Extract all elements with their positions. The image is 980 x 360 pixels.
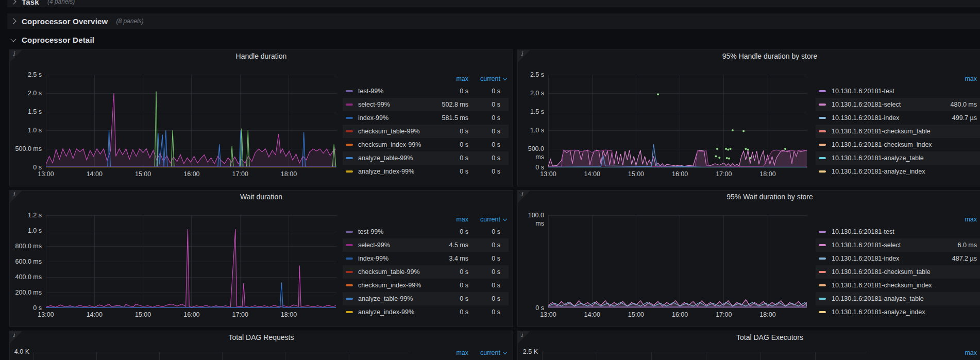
legend-current-value: 0 s (492, 265, 500, 279)
x-axis-tick-label: 15:00 (620, 311, 651, 318)
legend-series-color-swatch (819, 311, 826, 313)
legend-item: select-99% (346, 238, 513, 252)
legend-item: 10.130.1.6:20181-analyze_index (819, 305, 980, 319)
legend-series-label[interactable]: 10.130.1.6:20181-test (832, 84, 894, 98)
legend-series-label[interactable]: index-99% (358, 252, 388, 265)
legend-series-label[interactable]: select-99% (358, 238, 390, 252)
x-axis-tick-label: 18:00 (274, 170, 305, 178)
chart-plot-area (548, 75, 807, 167)
legend-sort-max[interactable]: max (965, 349, 977, 357)
legend-series-color-swatch (346, 311, 353, 313)
legend-series-color-swatch (346, 117, 353, 119)
panel-title[interactable]: Total DAG Requests (10, 333, 513, 341)
x-axis-tick-label: 13:00 (30, 311, 61, 318)
row-header-task[interactable]: Task (4 panels) (7, 0, 980, 7)
legend-series-label[interactable]: 10.130.1.6:20181-checksum_table (832, 125, 931, 138)
panel-handle-duration: iHandle duration2.5 s2.0 s1.5 s1.0 s500.… (9, 49, 513, 186)
x-axis-tick-label: 16:00 (176, 170, 207, 178)
legend-sort-max[interactable]: max (965, 215, 977, 224)
legend-max-value: 0 s (460, 138, 468, 151)
legend-series-label[interactable]: analyze_index-99% (358, 165, 414, 178)
row-title: Coprocessor Detail (22, 36, 94, 44)
legend-series-color-swatch (819, 258, 826, 260)
legend-series-label[interactable]: 10.130.1.6:20181-checksum_table (832, 265, 931, 279)
legend-max-value: 581.5 ms (442, 111, 468, 125)
legend-item: 10.130.1.6:20181-checksum_table (819, 265, 980, 279)
y-axis-tick-label: 2.5 K (518, 348, 538, 356)
row-title: Task (22, 0, 39, 6)
x-axis-tick-label: 17:00 (708, 311, 739, 318)
legend-max-value: 499.7 µs (952, 111, 977, 125)
legend-sort-current[interactable]: current (480, 349, 506, 357)
panel-title[interactable]: 95% Handle duration by store (518, 52, 980, 60)
chart-plot-area (46, 75, 336, 167)
legend-sort-max[interactable]: max (456, 75, 468, 83)
legend-sort-max[interactable]: max (965, 75, 977, 83)
legend-series-color-swatch (819, 157, 826, 159)
legend-series-label[interactable]: test-99% (358, 84, 383, 98)
legend-series-label[interactable]: checksum_index-99% (358, 138, 421, 151)
legend-series-label[interactable]: 10.130.1.6:20181-checksum_index (832, 138, 932, 151)
legend-max-value: 0 s (460, 151, 468, 165)
legend-series-label[interactable]: analyze_table-99% (358, 292, 413, 305)
row-title: Coprocessor Overview (22, 17, 108, 26)
legend-series-label[interactable]: index-99% (358, 111, 388, 125)
legend-series-label[interactable]: analyze_index-99% (358, 305, 414, 319)
row-header-coprocessor-detail[interactable]: Coprocessor Detail (7, 32, 980, 47)
legend-series-color-swatch (346, 157, 353, 159)
grafana-dashboard: Task (4 panels) Coprocessor Overview (8 … (0, 0, 980, 360)
y-axis-tick-label: 1.5 s (518, 108, 544, 116)
chevron-down-icon (503, 350, 507, 354)
panel-title[interactable]: Wait duration (10, 193, 513, 201)
row-header-coprocessor-overview[interactable]: Coprocessor Overview (8 panels) (7, 13, 980, 29)
panel-title[interactable]: 95% Wait duration by store (518, 193, 980, 201)
legend-max-value: 0 s (460, 265, 468, 279)
legend-item: 10.130.1.6:20181-analyze_index (819, 165, 980, 178)
row-panel-count: (8 panels) (116, 18, 143, 25)
legend-sort-current[interactable]: current (480, 215, 506, 224)
legend-series-label[interactable]: analyze_table-99% (358, 151, 413, 165)
legend-series-label[interactable]: 10.130.1.6:20181-analyze_index (832, 165, 925, 178)
x-axis-tick-label: 13:00 (533, 311, 564, 318)
legend-sort-max[interactable]: max (456, 349, 468, 357)
legend-series-label[interactable]: checksum_index-99% (358, 279, 421, 292)
legend-series-label[interactable]: 10.130.1.6:20181-analyze_table (832, 292, 924, 305)
legend-current-value: 0 s (492, 111, 500, 125)
x-axis-tick-label: 17:00 (225, 311, 256, 318)
legend-series-label[interactable]: 10.130.1.6:20181-select (832, 98, 901, 111)
y-axis-tick-label: 2.5 s (10, 71, 42, 79)
legend-current-value: 0 s (492, 252, 500, 265)
legend-current-value: 0 s (492, 84, 500, 98)
panel-95-handle-duration-by-store: i95% Handle duration by store2.5 s2.0 s1… (517, 49, 980, 186)
x-axis-tick-label: 17:00 (708, 170, 739, 178)
legend-current-value: 0 s (492, 151, 500, 165)
legend-series-label[interactable]: select-99% (358, 98, 390, 111)
legend-sort-max[interactable]: max (456, 215, 468, 224)
chart-plot-area (46, 215, 336, 308)
legend-max-value: 0 s (460, 84, 468, 98)
legend-item: 10.130.1.6:20181-checksum_index (819, 279, 980, 292)
legend-series-label[interactable]: 10.130.1.6:20181-index (832, 111, 899, 125)
x-axis-tick-label: 14:00 (577, 311, 607, 318)
legend-series-label[interactable]: checksum_table-99% (358, 125, 420, 138)
legend-series-label[interactable]: 10.130.1.6:20181-index (832, 252, 899, 265)
legend-series-label[interactable]: test-99% (358, 225, 383, 238)
panel-title[interactable]: Handle duration (10, 52, 513, 60)
legend-series-label[interactable]: checksum_table-99% (358, 265, 420, 279)
panel-title[interactable]: Total DAG Executors (518, 333, 980, 341)
legend-item: analyze_table-99% (346, 292, 513, 305)
legend-series-label[interactable]: 10.130.1.6:20181-checksum_index (832, 279, 932, 292)
legend-max-value: 502.8 ms (442, 98, 468, 111)
legend-series-label[interactable]: 10.130.1.6:20181-analyze_index (832, 305, 925, 319)
chevron-down-icon (503, 217, 507, 221)
legend-max-value: 480.0 ms (951, 98, 977, 111)
legend-series-label[interactable]: 10.130.1.6:20181-test (832, 225, 894, 238)
legend-item: 10.130.1.6:20181-analyze_table (819, 151, 980, 165)
legend-series-label[interactable]: 10.130.1.6:20181-select (832, 238, 901, 252)
legend-sort-current[interactable]: current (480, 75, 506, 83)
legend-series-color-swatch (346, 144, 353, 146)
legend-current-value: 0 s (492, 125, 500, 138)
legend-series-label[interactable]: 10.130.1.6:20181-analyze_table (832, 151, 924, 165)
legend-series-color-swatch (819, 271, 826, 273)
y-axis-tick-label: 800.0 ms (10, 242, 42, 250)
